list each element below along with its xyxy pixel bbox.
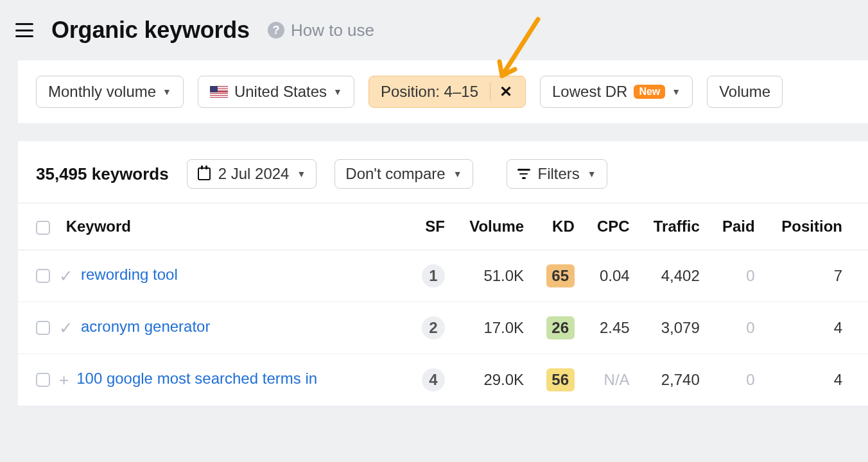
plus-icon: + — [59, 370, 69, 389]
col-cpc[interactable]: CPC — [584, 203, 639, 250]
table-row: ✓acronym generator217.0K262.453,07904 — [18, 302, 868, 354]
cell-paid: 0 — [709, 302, 764, 354]
chevron-down-icon: ▼ — [672, 87, 681, 97]
kd-badge: 65 — [546, 264, 575, 287]
how-to-use-link[interactable]: ? How to use — [268, 21, 374, 40]
col-kd[interactable]: KD — [533, 203, 584, 250]
col-volume[interactable]: Volume — [454, 203, 533, 250]
hamburger-menu-icon[interactable] — [15, 23, 33, 37]
row-checkbox[interactable] — [36, 269, 50, 283]
cell-volume: 51.0K — [454, 250, 533, 302]
cell-cpc: N/A — [584, 354, 639, 406]
kd-badge: 56 — [546, 368, 575, 391]
how-to-use-label: How to use — [291, 21, 374, 40]
cell-paid: 0 — [709, 250, 764, 302]
check-icon: ✓ — [59, 318, 73, 338]
row-checkbox[interactable] — [36, 321, 50, 335]
cell-keyword: ✓acronym generator — [18, 302, 409, 354]
kd-badge: 26 — [546, 316, 575, 339]
filter-toolbar: Monthly volume ▼ United States ▼ Positio… — [18, 60, 868, 123]
col-sf[interactable]: SF — [409, 203, 454, 250]
filters-button[interactable]: Filters ▼ — [507, 159, 607, 189]
cell-traffic: 2,740 — [639, 354, 709, 406]
lowest-dr-label: Lowest DR — [552, 83, 627, 101]
cell-keyword: +100 google most searched terms in — [18, 354, 409, 406]
calendar-icon — [198, 167, 211, 180]
cell-position: 4 — [764, 302, 868, 354]
keywords-table-card: 35,495 keywords 2 Jul 2024 ▼ Don't compa… — [18, 141, 868, 406]
row-checkbox[interactable] — [36, 373, 50, 387]
header-bar: Organic keywords ? How to use — [0, 0, 868, 60]
cell-traffic: 4,402 — [639, 250, 709, 302]
filters-label: Filters — [538, 165, 580, 183]
country-label: United States — [234, 83, 327, 101]
check-icon: ✓ — [59, 266, 73, 286]
col-traffic[interactable]: Traffic — [639, 203, 709, 250]
sf-badge[interactable]: 2 — [422, 316, 445, 339]
keyword-link[interactable]: 100 google most searched terms in — [76, 370, 317, 387]
date-picker[interactable]: 2 Jul 2024 ▼ — [187, 159, 317, 189]
position-filter-label: Position: 4–15 — [381, 83, 478, 101]
close-icon[interactable]: ✕ — [498, 83, 514, 101]
filter-icon — [517, 169, 530, 179]
cell-traffic: 3,079 — [639, 302, 709, 354]
sf-badge[interactable]: 4 — [422, 368, 445, 391]
sf-badge[interactable]: 1 — [422, 264, 445, 287]
keyword-link[interactable]: acronym generator — [81, 318, 210, 335]
keyword-count: 35,495 keywords — [36, 164, 169, 184]
chevron-down-icon: ▼ — [297, 169, 306, 179]
cell-position: 7 — [764, 250, 868, 302]
col-keyword[interactable]: Keyword — [18, 203, 409, 250]
col-paid[interactable]: Paid — [709, 203, 764, 250]
cell-sf: 1 — [409, 250, 454, 302]
cell-sf: 2 — [409, 302, 454, 354]
chevron-down-icon: ▼ — [587, 169, 596, 179]
page-title: Organic keywords — [51, 17, 250, 44]
compare-label: Don't compare — [345, 165, 445, 183]
country-dropdown[interactable]: United States ▼ — [198, 76, 354, 108]
keywords-table: Keyword SF Volume KD CPC Traffic Paid Po… — [18, 203, 868, 406]
cell-kd: 65 — [533, 250, 584, 302]
table-header-row: Keyword SF Volume KD CPC Traffic Paid Po… — [18, 203, 868, 250]
new-badge: New — [634, 85, 665, 99]
cell-keyword: ✓rewording tool — [18, 250, 409, 302]
volume-mode-dropdown[interactable]: Monthly volume ▼ — [36, 76, 184, 108]
table-toolbar: 35,495 keywords 2 Jul 2024 ▼ Don't compa… — [18, 141, 868, 203]
cell-cpc: 2.45 — [584, 302, 639, 354]
chevron-down-icon: ▼ — [162, 87, 171, 97]
chevron-down-icon: ▼ — [333, 87, 342, 97]
volume-filter-dropdown[interactable]: Volume — [707, 76, 783, 108]
chevron-down-icon: ▼ — [453, 169, 462, 179]
lowest-dr-dropdown[interactable]: Lowest DR New ▼ — [540, 76, 693, 108]
us-flag-icon — [210, 86, 228, 98]
cell-sf: 4 — [409, 354, 454, 406]
cell-kd: 26 — [533, 302, 584, 354]
keyword-link[interactable]: rewording tool — [81, 266, 178, 283]
table-row: ✓rewording tool151.0K650.044,40207 — [18, 250, 868, 302]
chip-divider — [490, 83, 490, 101]
select-all-checkbox[interactable] — [36, 221, 50, 235]
position-filter-chip[interactable]: Position: 4–15 ✕ — [369, 76, 526, 108]
cell-volume: 29.0K — [454, 354, 533, 406]
cell-paid: 0 — [709, 354, 764, 406]
cell-cpc: 0.04 — [584, 250, 639, 302]
cell-position: 4 — [764, 354, 868, 406]
volume-mode-label: Monthly volume — [48, 83, 156, 101]
cell-kd: 56 — [533, 354, 584, 406]
col-position[interactable]: Position — [764, 203, 868, 250]
cell-volume: 17.0K — [454, 302, 533, 354]
help-icon: ? — [268, 22, 284, 38]
date-label: 2 Jul 2024 — [218, 165, 290, 183]
compare-dropdown[interactable]: Don't compare ▼ — [334, 159, 473, 189]
table-row: +100 google most searched terms in429.0K… — [18, 354, 868, 406]
volume-filter-label: Volume — [719, 83, 770, 101]
